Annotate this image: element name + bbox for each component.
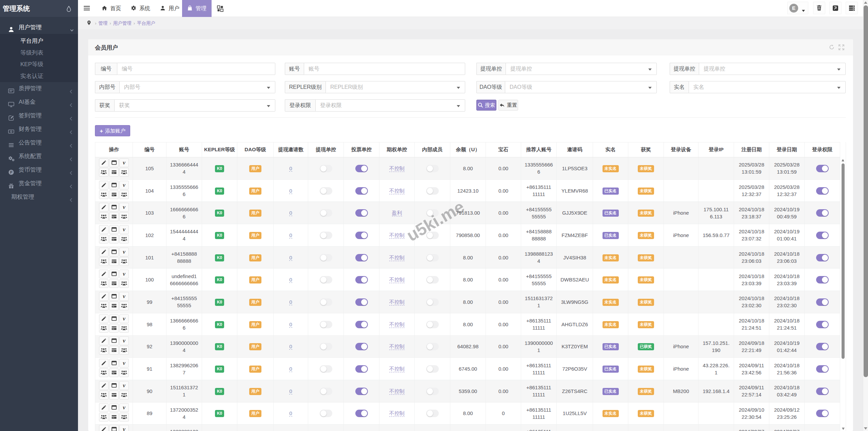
svg-text:P: P xyxy=(10,171,13,174)
